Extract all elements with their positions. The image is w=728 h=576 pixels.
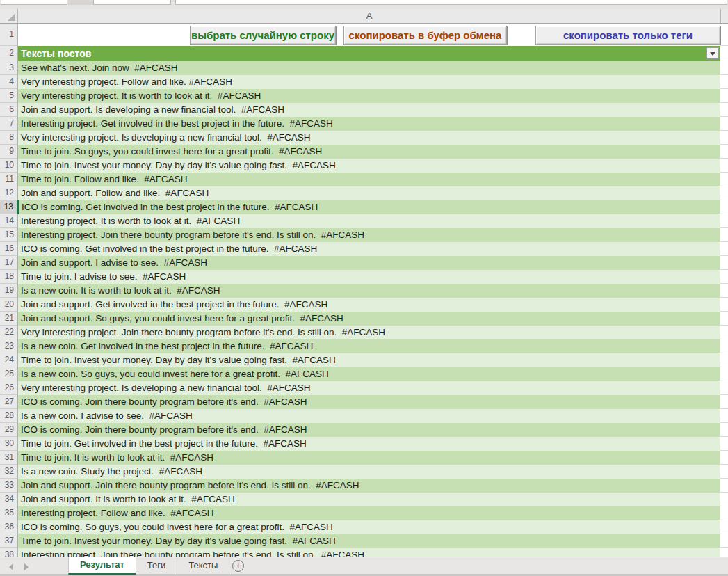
macro-button[interactable]: скопировать только теги bbox=[535, 26, 720, 45]
sheet-tab-active[interactable]: Результат bbox=[68, 557, 136, 575]
table-row: 32Is a new coin. Study the project. #AFC… bbox=[0, 465, 728, 479]
table-cell[interactable]: Time to join. Invest your money. Day by … bbox=[18, 159, 720, 173]
add-sheet-button[interactable]: + bbox=[232, 560, 244, 572]
row-header[interactable]: 33 bbox=[0, 479, 18, 493]
row-header[interactable]: 4 bbox=[0, 75, 18, 89]
row-header[interactable]: 37 bbox=[0, 534, 18, 548]
table-cell[interactable]: Is a new coin. Get involved in the best … bbox=[18, 339, 720, 353]
row-header[interactable]: 16 bbox=[0, 242, 18, 256]
table-cell[interactable]: Time to join. Follow and like. #AFCASH bbox=[18, 173, 720, 186]
row-header[interactable]: 22 bbox=[0, 326, 18, 339]
row-header[interactable]: 25 bbox=[0, 367, 18, 381]
table-cell[interactable]: Join and support. Is developing a new fi… bbox=[18, 103, 720, 117]
row-header[interactable]: 2 bbox=[0, 46, 18, 61]
table-cell[interactable]: Interesting project. Join there bounty p… bbox=[18, 228, 720, 242]
row-header[interactable]: 19 bbox=[0, 284, 18, 298]
table-cell[interactable]: Interesting project. Follow and like. #A… bbox=[18, 506, 720, 520]
table-cell[interactable]: Interesting project. Get involved in the… bbox=[18, 117, 720, 131]
row-header[interactable]: 8 bbox=[0, 131, 18, 145]
row-header[interactable]: 24 bbox=[0, 353, 18, 367]
macro-button[interactable]: скопировать в буфер обмена bbox=[343, 26, 507, 45]
table-cell[interactable]: Is a new coin. So guys, you could invest… bbox=[18, 367, 720, 381]
row-header[interactable]: 35 bbox=[0, 506, 18, 520]
table-cell[interactable]: Time to join. So guys, you could invest … bbox=[18, 145, 720, 159]
table-cell[interactable]: Very interesting project. Follow and lik… bbox=[18, 75, 720, 89]
table-cell[interactable]: Time to join. Get involved in the best p… bbox=[18, 437, 720, 451]
table-cell[interactable]: Time to join. It is worth to look at it.… bbox=[18, 451, 720, 465]
table-cell[interactable]: See what's next. Join now #AFCASH bbox=[18, 61, 720, 75]
row-header[interactable]: 13 bbox=[0, 200, 18, 214]
table-cell[interactable]: Very interesting project. Join there bou… bbox=[18, 326, 720, 339]
table-cell[interactable]: Join and support. Follow and like. #AFCA… bbox=[18, 186, 720, 200]
row-header[interactable]: 31 bbox=[0, 451, 18, 465]
table-cell[interactable]: Time to join. Invest your money. Day by … bbox=[18, 353, 720, 367]
formula-input[interactable] bbox=[175, 0, 727, 5]
fx-box[interactable] bbox=[93, 0, 171, 5]
table-cell[interactable]: Join and support. So guys, you could inv… bbox=[18, 312, 720, 326]
table-row: 35Interesting project. Follow and like. … bbox=[0, 506, 728, 520]
row-header[interactable]: 29 bbox=[0, 423, 18, 437]
row-header[interactable]: 18 bbox=[0, 270, 18, 284]
row-header[interactable]: 30 bbox=[0, 437, 18, 451]
table-cell[interactable]: ICO is coming. Get involved in the best … bbox=[18, 200, 720, 214]
table-row: 34Join and support. It is worth to look … bbox=[0, 493, 728, 506]
table-row: 16ICO is coming. Get involved in the bes… bbox=[0, 242, 728, 256]
table-cell[interactable]: Is a new coin. I advise to see. #AFCASH bbox=[18, 409, 720, 423]
row-header[interactable]: 7 bbox=[0, 117, 18, 131]
table-cell[interactable]: Very interesting project. It is worth to… bbox=[18, 89, 720, 103]
table-cell[interactable]: Join and support. It is worth to look at… bbox=[18, 493, 720, 506]
select-all-corner[interactable] bbox=[0, 9, 18, 23]
row-header[interactable]: 34 bbox=[0, 493, 18, 506]
table-cell[interactable]: ICO is coming. Join there bounty program… bbox=[18, 423, 720, 437]
row-header[interactable]: 32 bbox=[0, 465, 18, 479]
table-cell[interactable]: Interesting project. Join there bounty p… bbox=[18, 548, 720, 557]
table-cell[interactable]: ICO is coming. Join there bounty program… bbox=[18, 395, 720, 409]
table-cell[interactable]: Join and support. I advise to see. #AFCA… bbox=[18, 256, 720, 270]
row-header[interactable]: 20 bbox=[0, 298, 18, 312]
table-cell[interactable]: Join and support. Get involved in the be… bbox=[18, 298, 720, 312]
row-header[interactable]: 9 bbox=[0, 145, 18, 159]
name-box[interactable] bbox=[1, 0, 67, 5]
row-header[interactable]: 36 bbox=[0, 520, 18, 534]
macro-button[interactable]: выбрать случайную строку bbox=[190, 26, 336, 45]
row-header[interactable]: 10 bbox=[0, 159, 18, 173]
cell-text: Very interesting project. Is developing … bbox=[18, 381, 720, 395]
row-header[interactable]: 17 bbox=[0, 256, 18, 270]
sheet-tab-inactive[interactable]: Теги bbox=[136, 557, 177, 575]
tab-scroll-right-icon[interactable] bbox=[24, 563, 29, 570]
autofilter-button[interactable] bbox=[706, 47, 719, 59]
select-all-triangle-icon bbox=[8, 13, 15, 21]
column-divider[interactable] bbox=[720, 9, 721, 23]
row-header[interactable]: 14 bbox=[0, 214, 18, 228]
column-header-a[interactable]: A bbox=[18, 9, 720, 23]
row-header[interactable]: 11 bbox=[0, 173, 18, 186]
sheet-tab-inactive[interactable]: Тексты bbox=[177, 557, 229, 575]
row-header[interactable]: 12 bbox=[0, 186, 18, 200]
table-cell[interactable]: Interesting project. It is worth to look… bbox=[18, 214, 720, 228]
table-cell[interactable]: Time to join. I advise to see. #AFCASH bbox=[18, 270, 720, 284]
cell-text: Join and support. I advise to see. #AFCA… bbox=[18, 256, 720, 270]
table-cell[interactable]: Is a new coin. Study the project. #AFCAS… bbox=[18, 465, 720, 479]
cell-text: Time to join. Get involved in the best p… bbox=[18, 437, 720, 451]
table-header-cell[interactable]: Тексты постов bbox=[18, 46, 720, 61]
row-header[interactable]: 6 bbox=[0, 103, 18, 117]
row-header[interactable]: 15 bbox=[0, 228, 18, 242]
cell-text: Join and support. Get involved in the be… bbox=[18, 298, 720, 312]
table-cell[interactable]: Is a new coin. It is worth to look at it… bbox=[18, 284, 720, 298]
table-cell[interactable]: Time to join. Invest your money. Day by … bbox=[18, 534, 720, 548]
row-header[interactable]: 23 bbox=[0, 339, 18, 353]
row-header[interactable]: 27 bbox=[0, 395, 18, 409]
tab-scroll-left-icon[interactable] bbox=[9, 563, 13, 570]
row-header[interactable]: 28 bbox=[0, 409, 18, 423]
table-cell[interactable]: Join and support. Join there bounty prog… bbox=[18, 479, 720, 493]
row-header[interactable]: 3 bbox=[0, 61, 18, 75]
table-cell[interactable]: Very interesting project. Is developing … bbox=[18, 381, 720, 395]
cell-text: Is a new coin. I advise to see. #AFCASH bbox=[18, 409, 720, 423]
row-header[interactable]: 26 bbox=[0, 381, 18, 395]
table-cell[interactable]: ICO is coming. Get involved in the best … bbox=[18, 242, 720, 256]
row-header[interactable]: 5 bbox=[0, 89, 18, 103]
row-header[interactable]: 21 bbox=[0, 312, 18, 326]
table-cell[interactable]: Very interesting project. Is developing … bbox=[18, 131, 720, 145]
row-header[interactable]: 38 bbox=[0, 548, 18, 557]
table-cell[interactable]: ICO is coming. So guys, you could invest… bbox=[18, 520, 720, 534]
